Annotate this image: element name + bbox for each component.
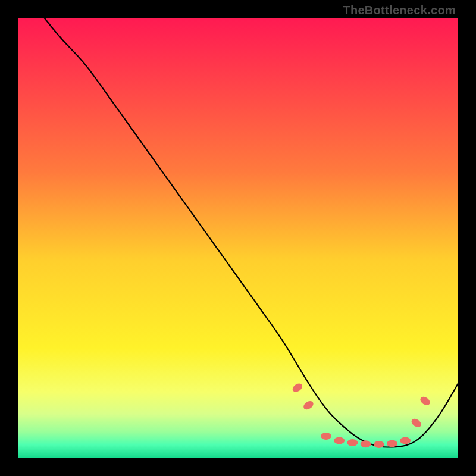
highlight-marker <box>419 395 432 407</box>
bottleneck-curve <box>44 18 458 447</box>
highlight-marker <box>334 437 345 444</box>
highlight-marker <box>387 440 397 447</box>
highlight-marker <box>400 437 411 444</box>
chart-frame: TheBottleneck.com <box>0 0 476 476</box>
plot-area <box>18 18 458 458</box>
highlight-marker <box>302 399 315 411</box>
highlight-marker <box>410 417 423 429</box>
highlight-marker <box>321 433 331 440</box>
chart-svg <box>18 18 458 458</box>
highlight-marker <box>361 440 371 447</box>
highlight-marker <box>347 439 358 446</box>
marker-group <box>291 382 431 449</box>
highlight-marker <box>291 382 304 394</box>
watermark-text: TheBottleneck.com <box>343 4 456 17</box>
highlight-marker <box>374 441 384 448</box>
